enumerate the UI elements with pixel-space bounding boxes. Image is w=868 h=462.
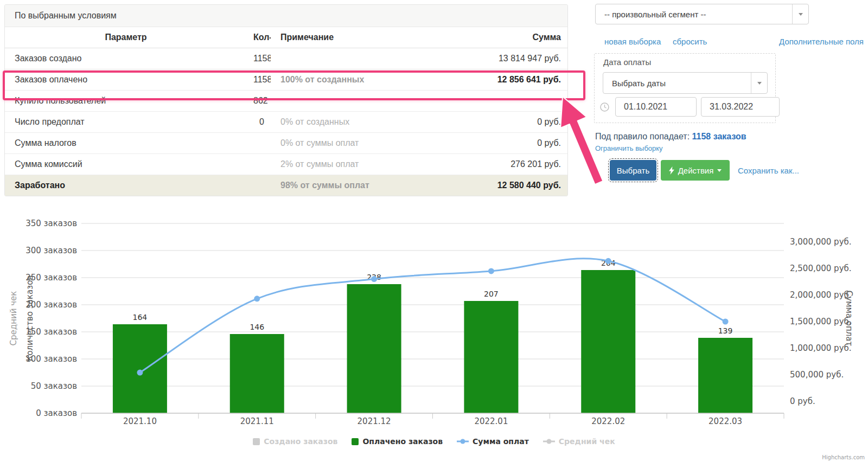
svg-text:500,000 руб.: 500,000 руб. <box>790 370 844 380</box>
cell-count <box>244 133 271 154</box>
cell-param: Сумма комиссий <box>5 154 244 175</box>
svg-text:350 заказов: 350 заказов <box>25 219 77 228</box>
legend-item-label: Сумма оплат <box>473 437 529 446</box>
cell-count: 1158 <box>244 69 271 91</box>
column-header-note: Примечание <box>271 27 450 48</box>
table-row: Сумма комиссий2% от суммы оплат276 201 р… <box>5 154 567 175</box>
chart-legend: Создано заказовОплачено заказовСумма опл… <box>0 437 868 446</box>
lightning-icon <box>669 166 674 175</box>
cell-count <box>244 154 271 175</box>
cell-sum: 0 руб. <box>450 112 567 133</box>
cell-sum: 12 856 641 руб. <box>450 69 567 91</box>
svg-text:1,000,000 руб.: 1,000,000 руб. <box>790 343 852 353</box>
cell-note <box>271 91 450 112</box>
svg-text:0 заказов: 0 заказов <box>36 408 77 418</box>
segment-select[interactable]: -- произвольный сегмент -- <box>595 4 809 24</box>
select-button-label: Выбрать <box>617 166 649 175</box>
cell-sum <box>450 91 567 112</box>
cell-param: Заказов оплачено <box>5 69 244 91</box>
svg-text:2022.01: 2022.01 <box>474 416 508 426</box>
cell-param: Заказов создано <box>5 48 244 69</box>
cell-count: 0 <box>244 112 271 133</box>
svg-text:2022.03: 2022.03 <box>709 416 742 426</box>
date-mode-select[interactable]: Выбрать даты <box>603 72 768 94</box>
cell-param: Число предоплат <box>5 112 244 133</box>
svg-text:139: 139 <box>718 326 733 335</box>
legend-item[interactable]: Средний чек <box>543 437 615 446</box>
legend-item-label: Средний чек <box>559 437 615 446</box>
additional-fields-link[interactable]: Дополнительные поля <box>779 37 864 46</box>
svg-text:2,500,000 руб.: 2,500,000 руб. <box>790 264 852 273</box>
chevron-down-icon <box>717 169 722 172</box>
cell-param: Сумма налогов <box>5 133 244 154</box>
svg-text:146: 146 <box>250 323 264 331</box>
legend-line-icon <box>457 438 469 445</box>
column-header-sum: Сумма <box>450 27 567 48</box>
summary-card-title: По выбранным условиям <box>5 5 567 27</box>
legend-item-label: Оплачено заказов <box>362 437 443 446</box>
table-row: Заказов создано115813 814 947 руб. <box>5 48 567 69</box>
svg-text:2021.12: 2021.12 <box>358 416 391 426</box>
legend-swatch-icon <box>253 438 260 445</box>
date-mode-select-value: Выбрать даты <box>603 79 751 88</box>
reset-link[interactable]: сбросить <box>673 37 707 46</box>
svg-text:2,000,000 руб.: 2,000,000 руб. <box>790 290 852 300</box>
chevron-down-icon <box>799 13 803 16</box>
svg-text:1,500,000 руб.: 1,500,000 руб. <box>790 317 852 326</box>
new-selection-link[interactable]: новая выборка <box>604 37 661 46</box>
rule-match-value: 1158 заказов <box>692 132 746 141</box>
chart-canvas: 0 заказов50 заказов100 заказов150 заказо… <box>0 213 868 462</box>
legend-item[interactable]: Создано заказов <box>253 437 337 446</box>
date-filter-label: Дата оплаты <box>603 57 651 67</box>
cell-param: Заработано <box>5 175 244 196</box>
svg-text:Количество заказов: Количество заказов <box>25 275 35 361</box>
svg-text:207: 207 <box>484 290 499 298</box>
svg-text:0 руб.: 0 руб. <box>790 396 815 406</box>
limit-selection-link[interactable]: Ограничить выборку <box>595 144 663 152</box>
table-row-highlighted: Заказов оплачено1158100% от созданных12 … <box>5 69 567 91</box>
legend-item[interactable]: Сумма оплат <box>457 437 529 446</box>
svg-text:Сумма оплат: Сумма оплат <box>844 291 854 347</box>
column-header-count: Кол-во <box>244 27 271 48</box>
legend-item[interactable]: Оплачено заказов <box>352 437 443 446</box>
summary-table: Параметр Кол-во Примечание Сумма Заказов… <box>5 27 567 196</box>
svg-text:2021.10: 2021.10 <box>123 416 157 426</box>
legend-line-icon <box>543 438 555 445</box>
date-to-input[interactable] <box>701 97 780 117</box>
actions-button[interactable]: Действия <box>661 160 730 181</box>
table-row: Сумма налогов0% от суммы оплат0 руб. <box>5 133 567 154</box>
cell-count <box>244 175 271 196</box>
cell-note: 98% от суммы оплат <box>271 175 450 196</box>
caret-box[interactable] <box>751 73 767 93</box>
svg-text:2021.11: 2021.11 <box>240 416 274 426</box>
cell-note: 0% от созданных <box>271 112 450 133</box>
select-button[interactable]: Выбрать <box>610 160 656 181</box>
cell-param: Купило пользователей <box>5 91 244 112</box>
svg-text:164: 164 <box>133 313 148 322</box>
svg-text:2022.02: 2022.02 <box>591 416 625 426</box>
summary-table-header-row: Параметр Кол-во Примечание Сумма <box>5 27 567 48</box>
cell-note <box>271 48 450 69</box>
table-row: Заработано98% от суммы оплат12 580 440 р… <box>5 175 567 196</box>
caret-box[interactable] <box>792 4 808 24</box>
svg-text:50 заказов: 50 заказов <box>31 381 77 391</box>
cell-note: 0% от суммы оплат <box>271 133 450 154</box>
rule-match-line: Под правило попадает: 1158 заказов <box>595 132 746 142</box>
cell-note: 2% от суммы оплат <box>271 154 450 175</box>
date-from-input[interactable] <box>615 97 697 117</box>
cell-sum: 0 руб. <box>450 133 567 154</box>
cell-note: 100% от созданных <box>271 69 450 91</box>
column-header-param: Параметр <box>5 27 244 48</box>
cell-sum: 13 814 947 руб. <box>450 48 567 69</box>
actions-button-label: Действия <box>678 166 714 175</box>
table-row: Число предоплат00% от созданных0 руб. <box>5 112 567 133</box>
cell-sum: 276 201 руб. <box>450 154 567 175</box>
cell-count: 862 <box>244 91 271 112</box>
rule-match-text: Под правило попадает: <box>595 132 690 141</box>
chevron-down-icon <box>757 82 762 85</box>
highcharts-credit: Highcharts.com <box>822 454 865 460</box>
save-as-link[interactable]: Сохранить как... <box>738 166 799 175</box>
summary-table-body: Заказов создано115813 814 947 руб.Заказо… <box>5 48 567 196</box>
summary-card: По выбранным условиям Параметр Кол-во Пр… <box>4 4 568 196</box>
svg-text:3,000,000 руб.: 3,000,000 руб. <box>790 237 852 247</box>
